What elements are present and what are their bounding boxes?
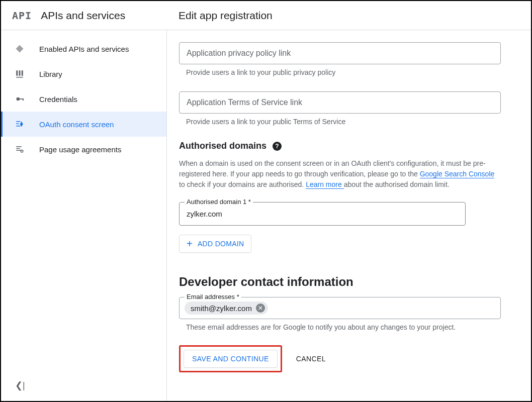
enabled-apis-icon [15,44,39,53]
add-domain-label: ADD DOMAIN [198,240,244,248]
email-addresses-label: Email addresses * [185,293,241,300]
top-bar-left: API APIs and services [1,10,167,22]
svg-rect-6 [23,98,24,100]
sidebar-item-label: Library [39,70,62,78]
sidebar-item-library[interactable]: Library [1,61,166,86]
learn-more-link[interactable]: Learn more [306,180,343,189]
email-chip-text: smith@zylker.com [191,304,252,313]
save-and-continue-button[interactable]: SAVE AND CONTINUE [184,350,278,368]
auth-domain-value: zylker.com [187,210,222,218]
api-logo: API [12,10,32,22]
remove-chip-icon[interactable]: ✕ [256,304,265,313]
nav-list: Enabled APIs and services Library Creden… [1,30,166,162]
svg-rect-11 [16,148,20,149]
oauth-icon [15,120,39,129]
email-addresses-field[interactable]: Email addresses * smith@zylker.com ✕ [179,297,501,319]
sidebar-item-page-usage[interactable]: Page usage agreements [1,137,166,162]
svg-point-4 [17,97,20,101]
sidebar-item-credentials[interactable]: Credentials [1,86,166,112]
svg-rect-7 [16,121,20,122]
library-icon [15,69,39,78]
tos-helper: Provide users a link to your public Term… [179,114,511,126]
svg-rect-10 [16,146,22,147]
save-highlight: SAVE AND CONTINUE [179,345,282,372]
privacy-helper: Provide users a link to your public priv… [179,64,511,76]
svg-rect-1 [19,70,21,76]
sidebar-item-oauth-consent[interactable]: OAuth consent screen [1,112,166,137]
page-title: Edit app registration [167,10,273,22]
tos-link-block: Provide users a link to your public Term… [179,91,511,126]
action-row: SAVE AND CONTINUE CANCEL [179,345,511,372]
sidebar-item-label: Credentials [39,95,77,104]
email-chip: smith@zylker.com ✕ [185,301,268,315]
privacy-link-block: Provide users a link to your public priv… [179,42,511,76]
desc-post: about the authorised domain limit. [344,180,450,188]
sidebar-item-label: Page usage agreements [39,145,121,154]
sidebar-item-label: Enabled APIs and services [39,45,129,53]
svg-rect-0 [16,70,18,76]
collapse-sidebar-icon[interactable]: ❮| [15,380,25,391]
auth-domains-heading-text: Authorised domains [179,141,267,151]
auth-domain-label: Authorised domain 1 * [185,198,253,206]
svg-rect-8 [16,124,19,125]
auth-domains-heading: Authorised domains ? [179,141,511,151]
product-title: APIs and services [41,10,125,22]
auth-domain-field[interactable]: Authorised domain 1 * zylker.com [179,202,466,226]
add-domain-button[interactable]: + ADD DOMAIN [179,235,251,253]
google-search-console-link[interactable]: Google Search Console [420,170,495,178]
sidebar-item-label: OAuth consent screen [39,120,114,129]
sidebar: Enabled APIs and services Library Creden… [1,30,167,401]
top-bar: API APIs and services Edit app registrat… [1,1,531,30]
developer-contact-heading: Developer contact information [179,275,511,289]
svg-rect-2 [22,70,23,76]
privacy-link-input[interactable] [179,42,501,64]
plus-icon: + [187,239,193,249]
email-helper: These email addresses are for Google to … [179,319,511,331]
svg-point-13 [21,150,23,153]
svg-rect-9 [16,126,20,127]
help-icon[interactable]: ? [273,142,282,151]
svg-rect-3 [16,77,23,78]
auth-domains-description: When a domain is used on the consent scr… [179,158,501,190]
page-usage-icon [15,145,39,154]
sidebar-item-enabled-apis[interactable]: Enabled APIs and services [1,36,166,61]
tos-link-input[interactable] [179,91,501,114]
cancel-button[interactable]: CANCEL [296,355,326,363]
main-content: Provide users a link to your public priv… [167,30,531,401]
credentials-icon [15,94,39,104]
desc-mid: to check if your domains are authorised. [179,180,306,188]
